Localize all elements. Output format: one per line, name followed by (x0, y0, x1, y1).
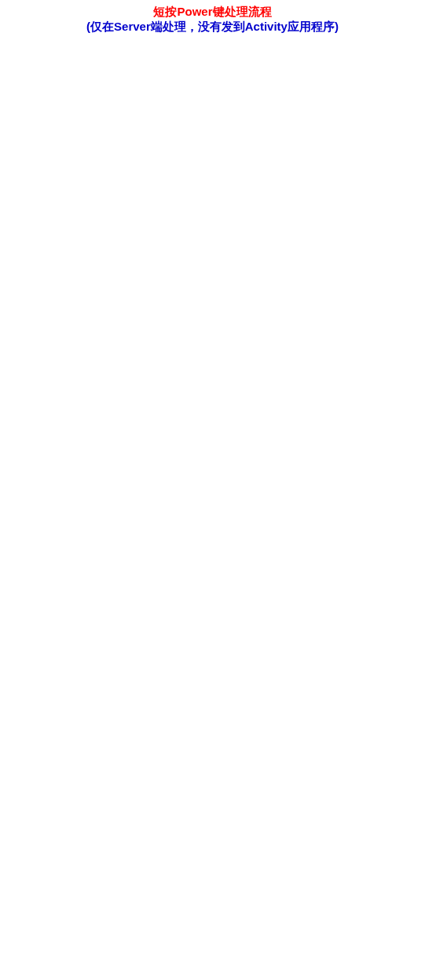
diagram-title: 短按Power键处理流程 (仅在Server端处理，没有发到Activity应用… (5, 5, 420, 35)
